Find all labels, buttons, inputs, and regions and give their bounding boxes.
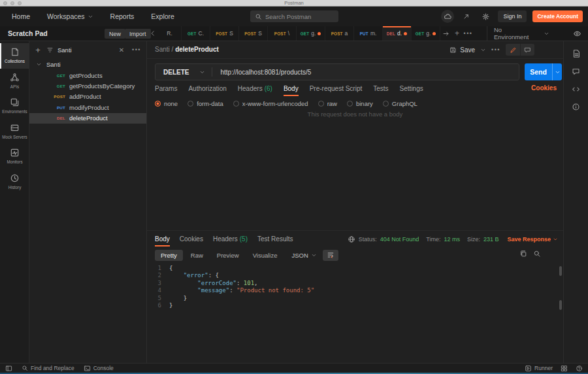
- method-chevron-icon[interactable]: [199, 69, 205, 75]
- open-request-tab[interactable]: GETg.: [412, 26, 440, 41]
- open-request-tab[interactable]: PUTm.: [354, 26, 383, 41]
- info-icon[interactable]: [572, 103, 580, 111]
- comments-icon[interactable]: [572, 67, 580, 76]
- settings-gear-icon[interactable]: [479, 10, 492, 23]
- new-button[interactable]: New: [105, 29, 125, 39]
- response-tab-test-results[interactable]: Test Results: [257, 232, 293, 246]
- runner-button[interactable]: Runner: [525, 365, 553, 372]
- method-selector[interactable]: DELETE: [163, 69, 189, 76]
- nav-item-explore[interactable]: Explore: [151, 12, 174, 20]
- breadcrumb-collection[interactable]: Santi: [155, 46, 170, 53]
- sync-cloud-icon[interactable]: [441, 10, 454, 23]
- collection-request[interactable]: GETgetProductsByCategory: [29, 80, 146, 91]
- sidebar-item-mock-servers[interactable]: Mock Servers: [0, 119, 29, 144]
- code-snippet-icon[interactable]: [572, 85, 580, 94]
- open-request-tab[interactable]: POSTS: [239, 26, 268, 41]
- tab-pre-request-script[interactable]: Pre-request Script: [310, 82, 363, 96]
- save-button[interactable]: Save: [449, 46, 475, 54]
- send-button[interactable]: Send: [525, 63, 562, 80]
- response-scrollbar[interactable]: [559, 266, 562, 360]
- collection-request[interactable]: PUTmodifyProduct: [29, 102, 146, 112]
- view-pretty[interactable]: Pretty: [155, 250, 183, 261]
- sign-in-button[interactable]: Sign In: [498, 10, 527, 22]
- url-input[interactable]: http://localhost:8081/products/5: [220, 69, 311, 76]
- clear-filter-icon[interactable]: ✕: [119, 46, 124, 54]
- body-mode-binary[interactable]: binary: [347, 100, 373, 107]
- collection-request[interactable]: POSTaddProduct: [29, 92, 146, 102]
- body-mode-x-www-form-urlencoded[interactable]: x-www-form-urlencoded: [233, 100, 308, 107]
- language-selector[interactable]: JSON: [291, 252, 316, 259]
- tab-tests[interactable]: Tests: [373, 82, 388, 96]
- network-globe-icon[interactable]: [348, 235, 355, 243]
- tab-headers[interactable]: Headers(6): [238, 82, 272, 96]
- nav-item-workspaces[interactable]: Workspaces: [47, 12, 93, 20]
- comment-icon[interactable]: [520, 44, 534, 56]
- body-mode-raw[interactable]: raw: [318, 100, 337, 107]
- filter-input[interactable]: Santi: [57, 46, 119, 54]
- response-body-code[interactable]: 1{2 "error": {3 "errorCode": 101,4 "mess…: [147, 265, 558, 363]
- sidebar-item-environments[interactable]: Environments: [0, 94, 29, 119]
- open-request-tab[interactable]: POSTa: [325, 26, 354, 41]
- nav-item-reports[interactable]: Reports: [110, 12, 135, 20]
- sidebar-item-history[interactable]: History: [0, 169, 29, 195]
- panes-grid-icon[interactable]: [561, 365, 568, 372]
- create-account-button[interactable]: Create Account: [532, 10, 583, 22]
- open-request-tab[interactable]: GETg.: [297, 26, 325, 41]
- sidebar-item-collections[interactable]: Collections: [0, 43, 29, 69]
- nav-item-home[interactable]: Home: [12, 12, 30, 20]
- environment-selector[interactable]: No Environment: [487, 26, 563, 41]
- collection-menu-icon[interactable]: •••: [132, 46, 141, 53]
- send-options-chevron-icon[interactable]: [552, 63, 562, 80]
- view-preview[interactable]: Preview: [211, 250, 245, 261]
- response-tab-body[interactable]: Body: [155, 232, 170, 246]
- tab-options-icon[interactable]: •••: [463, 26, 474, 41]
- response-tab-cookies[interactable]: Cookies: [180, 232, 203, 246]
- response-tab-headers[interactable]: Headers(5): [213, 232, 248, 246]
- edit-pencil-icon[interactable]: [506, 44, 520, 56]
- collection-request[interactable]: GETgetProducts: [29, 70, 146, 80]
- tab-body[interactable]: Body: [284, 82, 299, 96]
- view-raw[interactable]: Raw: [185, 250, 209, 261]
- scrollbar-thumb[interactable]: [559, 266, 562, 276]
- sidebar-item-monitors[interactable]: Monitors: [0, 144, 29, 169]
- add-collection-button[interactable]: +: [29, 45, 46, 55]
- open-request-tab[interactable]: DELd.: [383, 26, 412, 41]
- collection-request[interactable]: DELdeleteProduct: [29, 113, 146, 124]
- documentation-icon[interactable]: [572, 49, 581, 58]
- view-visualize[interactable]: Visualize: [247, 250, 284, 261]
- tab-params[interactable]: Params: [155, 82, 177, 96]
- search-input[interactable]: Search Postman: [250, 10, 338, 22]
- new-tab-button[interactable]: +: [451, 26, 463, 41]
- console-button[interactable]: Console: [84, 365, 114, 372]
- open-request-tab[interactable]: POST\: [268, 26, 297, 41]
- environment-quick-look-icon[interactable]: [567, 26, 587, 41]
- body-mode-none[interactable]: none: [155, 100, 178, 107]
- copy-icon[interactable]: [519, 250, 527, 258]
- request-menu-icon[interactable]: •••: [491, 46, 500, 53]
- sidebar-item-apis[interactable]: APIs: [0, 69, 29, 94]
- wrap-lines-button[interactable]: [323, 250, 338, 261]
- save-options-chevron-icon[interactable]: [480, 47, 486, 53]
- minimize-window-icon[interactable]: [10, 1, 14, 5]
- scrollbar-thumb[interactable]: [559, 300, 562, 310]
- collection-expand-icon[interactable]: [36, 61, 42, 67]
- scroll-tabs-right-icon[interactable]: [440, 26, 451, 41]
- toggle-sidebar-icon[interactable]: [5, 365, 12, 372]
- help-icon[interactable]: [576, 365, 583, 372]
- cookies-link[interactable]: Cookies: [531, 84, 557, 92]
- find-and-replace-button[interactable]: Find and Replace: [22, 365, 74, 371]
- tab-authorization[interactable]: Authorization: [188, 82, 226, 96]
- scroll-tabs-left-icon[interactable]: [147, 26, 158, 41]
- body-mode-form-data[interactable]: form-data: [188, 100, 223, 107]
- capture-requests-icon[interactable]: [460, 10, 473, 23]
- collection-row[interactable]: Santi: [29, 58, 146, 70]
- tab-settings[interactable]: Settings: [400, 82, 423, 96]
- save-response-button[interactable]: Save Response: [507, 236, 558, 243]
- open-request-tab[interactable]: GETC.: [182, 26, 210, 41]
- open-request-tab[interactable]: R.: [158, 26, 182, 41]
- body-mode-GraphQL[interactable]: GraphQL: [383, 100, 417, 107]
- open-request-tab[interactable]: POSTS: [210, 26, 239, 41]
- close-window-icon[interactable]: [3, 1, 7, 5]
- search-response-icon[interactable]: [533, 250, 541, 258]
- maximize-window-icon[interactable]: [18, 1, 22, 5]
